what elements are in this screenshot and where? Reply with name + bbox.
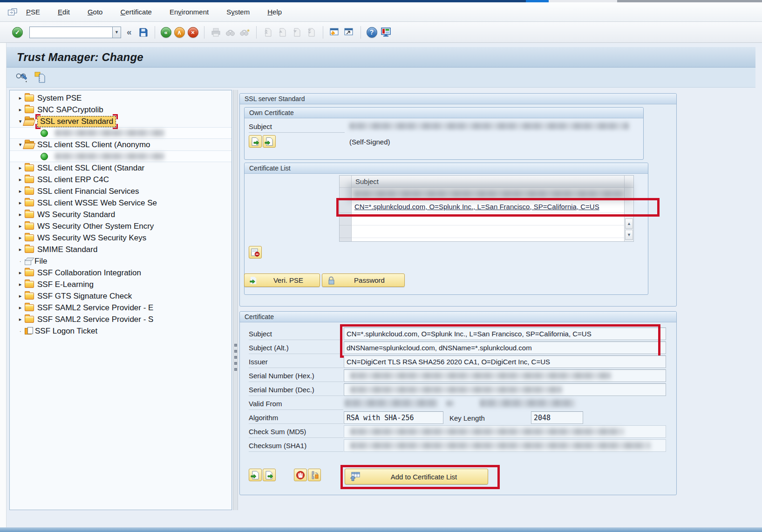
exit-icon[interactable]: × — [188, 27, 198, 38]
expander-icon[interactable]: ▸ — [16, 281, 24, 287]
verify-pse-button[interactable]: Veri. PSE — [244, 273, 320, 287]
toolbar-separator — [204, 26, 204, 39]
tree-item[interactable]: ▸ SSL client ERP C4C — [10, 174, 231, 185]
expander-icon[interactable]: ▸ — [16, 165, 24, 171]
import-certificate-button[interactable] — [249, 469, 262, 481]
command-field[interactable] — [29, 27, 112, 38]
expander-icon[interactable]: ▸ — [16, 293, 24, 299]
menu-item[interactable]: Goto — [88, 8, 103, 16]
menu-item[interactable]: Edit — [58, 8, 70, 16]
help-icon[interactable]: ? — [367, 27, 377, 38]
export-certificate-button[interactable] — [263, 469, 276, 481]
export-own-certificate-button[interactable] — [249, 135, 262, 148]
reread-icon[interactable] — [34, 71, 47, 83]
lock-icon — [327, 276, 335, 285]
expander-icon[interactable]: ▸ — [16, 270, 24, 276]
tree-item[interactable]: · SSF Logon Ticket — [10, 325, 231, 337]
toolbar-separator — [155, 26, 155, 39]
create-shortcut-icon[interactable] — [343, 27, 355, 38]
back-icon[interactable]: « — [161, 27, 171, 38]
redacted-text — [55, 153, 164, 160]
expander-icon[interactable]: ▸ — [16, 305, 24, 311]
certificate-row-empty[interactable] — [352, 213, 624, 225]
command-field-dropdown-icon[interactable]: ▼ — [112, 27, 121, 38]
tree-item[interactable]: ▸ System PSE — [10, 92, 231, 104]
customize-layout-icon[interactable] — [380, 27, 392, 38]
menu-item[interactable]: System — [226, 8, 250, 16]
tree-item-icon — [41, 153, 48, 160]
password-button[interactable]: Password — [322, 273, 405, 287]
expander-icon[interactable]: ▸ — [16, 316, 24, 322]
md5-redacted — [350, 428, 624, 435]
redacted-text — [55, 130, 164, 136]
tree-item[interactable]: ▸ WS Security Standard — [10, 209, 231, 220]
expander-icon[interactable]: ▸ — [16, 188, 24, 194]
expander-icon[interactable]: ▸ — [16, 200, 24, 206]
tree-item[interactable] — [10, 127, 231, 139]
tree-item[interactable]: ▸ WS Security Other System Encry — [10, 220, 231, 232]
key-length-label: Key Length — [449, 414, 485, 422]
system-menu-icon[interactable] — [7, 7, 18, 17]
block-certificate-button[interactable] — [294, 469, 307, 481]
expander-icon[interactable]: ▸ — [16, 177, 24, 183]
tree-item[interactable]: ▸ SSF SAML2 Service Provider - E — [10, 302, 231, 314]
expander-icon[interactable]: · — [16, 328, 24, 334]
expander-icon[interactable]: · — [16, 259, 24, 264]
delete-certificate-button[interactable] — [249, 246, 262, 259]
subject-alt-value: dNSName=splunkcloud.com, dNSName=*.splun… — [344, 341, 666, 354]
tree-item-label: System PSE — [37, 94, 82, 103]
tree-item[interactable]: · File — [10, 255, 231, 267]
tree-item-icon — [25, 164, 34, 171]
tree-item[interactable]: ▾ SSL server Standard — [10, 116, 231, 127]
collapse-toolbar-icon[interactable]: « — [127, 27, 132, 37]
expander-icon[interactable]: ▸ — [16, 235, 24, 241]
tree-item[interactable] — [10, 150, 231, 162]
expander-icon[interactable]: ▸ — [16, 211, 24, 218]
certificate-list-table[interactable]: Subject CN=*.splunkcloud.com, O=Splunk I… — [339, 175, 634, 242]
tree-item[interactable]: ▸ SSL client WSSE Web Service Se — [10, 197, 231, 209]
tree-item[interactable]: ▸ SSL client Financial Services — [10, 185, 231, 197]
menu-item[interactable]: Certificate — [120, 8, 152, 16]
up-icon[interactable]: ∧ — [174, 27, 185, 38]
self-signed-text: (Self-Signed) — [349, 138, 390, 146]
tree-item[interactable]: ▸ SSF Collaboration Integration — [10, 267, 231, 279]
tree-item[interactable]: ▸ SSF GTS Signature Check — [10, 290, 231, 302]
issuer-label: Issuer — [249, 355, 343, 368]
screen-title-bar: Trust Manager: Change — [7, 47, 755, 68]
tree-item[interactable]: ▸ SMIME Standard — [10, 244, 231, 255]
certificate-list-title: Certificate List — [245, 163, 648, 174]
tree-item[interactable]: ▸ WS Security WS Security Keys — [10, 232, 231, 244]
last-page-icon — [306, 27, 317, 38]
expander-icon[interactable]: ▸ — [16, 246, 24, 252]
expander-icon[interactable]: ▸ — [16, 223, 24, 229]
tree-item[interactable]: ▸ SSL client SSL Client (Standar — [10, 162, 231, 174]
new-session-icon[interactable] — [329, 27, 340, 38]
certificate-row-empty[interactable] — [352, 225, 624, 238]
toolbar-separator — [323, 26, 323, 39]
enter-button[interactable]: ✓ — [12, 27, 23, 38]
checksum-sha1-label: Checksum (SHA1) — [249, 439, 343, 452]
expander-icon[interactable]: ▸ — [16, 107, 24, 113]
display-change-toggle-icon[interactable] — [15, 71, 28, 83]
certificate-row-splunkcloud[interactable]: CN=*.splunkcloud.com, O=Splunk Inc., L=S… — [352, 200, 624, 213]
menu-item[interactable]: Help — [267, 8, 282, 16]
menu-item[interactable]: Environment — [170, 8, 209, 16]
certificate-response-button[interactable] — [308, 469, 321, 481]
scroll-up-icon[interactable]: ▲ — [625, 218, 633, 229]
pse-tree: ▸ System PSE ▸ SNC SAPCryptolib ▾ SSL se… — [10, 92, 231, 337]
tree-item-icon — [25, 259, 31, 265]
expander-icon[interactable]: ▸ — [16, 95, 24, 101]
panel-splitter[interactable] — [233, 90, 238, 510]
checksum-md5-label: Check Sum (MD5) — [249, 425, 343, 438]
own-certificate-group: Own Certificate — [244, 107, 644, 160]
tree-item[interactable]: ▸ SSF SAML2 Service Provider - S — [10, 314, 231, 325]
add-to-certificate-list-button[interactable]: Add to Certificate List — [345, 469, 488, 484]
tree-item[interactable]: ▾ SSL client SSL Client (Anonymo — [10, 139, 231, 150]
tree-item[interactable]: ▸ SNC SAPCryptolib — [10, 104, 231, 116]
tree-item[interactable]: ▸ SSF E-Learning — [10, 279, 231, 290]
import-own-certificate-button[interactable] — [263, 135, 276, 148]
tree-item-label: SSL client SSL Client (Anonymo — [37, 140, 150, 150]
save-icon[interactable] — [137, 27, 149, 38]
scroll-down-icon[interactable]: ▼ — [625, 230, 633, 240]
menu-item[interactable]: PSE — [26, 8, 40, 16]
